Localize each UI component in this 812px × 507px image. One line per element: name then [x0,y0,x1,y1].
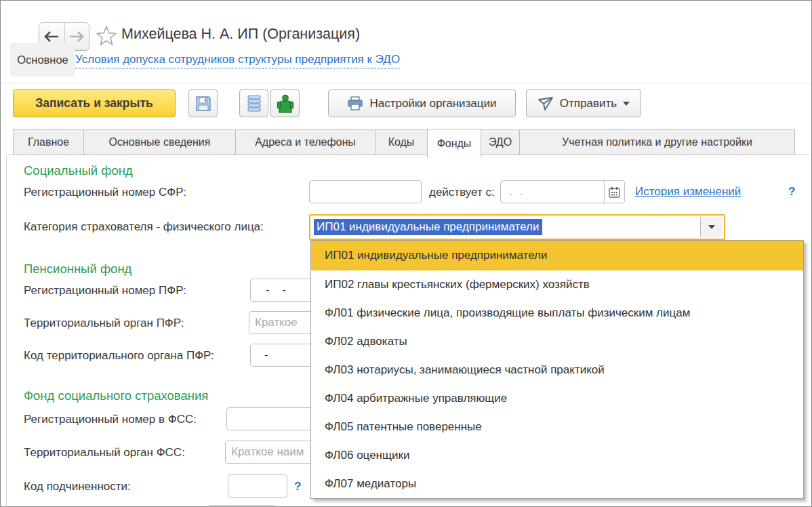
window-title: Михейцева Н. А. ИП (Организация) [121,26,360,43]
pfr-territorial-placeholder: Краткое [255,316,298,329]
pfr-code-label: Код территориального органа ПФР: [24,349,214,363]
organization-form-window: Михейцева Н. А. ИП (Организация) Основно… [0,0,812,507]
tab-adresa-telefony[interactable]: Адреса и телефоны [236,129,375,155]
fss-heading: Фонд социального страхования [24,388,208,403]
subordination-label: Код подчиненности: [24,480,131,493]
history-link[interactable]: История изменений [635,185,741,199]
fss-reg-label: Регистрационный номер в ФСС: [24,413,197,426]
tab-osnovnye-svedeniya[interactable]: Основные сведения [84,129,236,155]
dropdown-item[interactable]: ИП02 главы крестьянских (фермерских) хоз… [311,270,803,299]
floppy-icon [195,95,212,113]
dropdown-item[interactable]: ФЛ06 оценщики [311,441,803,470]
pfr-territorial-label: Территориальный орган ПФР: [24,317,184,330]
category-dropdown-list: ИП01 индивидуальные предприниматели ИП02… [310,240,804,499]
forward-arrow-icon [69,31,84,42]
social-fund-heading: Социальный фонд [24,163,133,178]
category-select[interactable]: ИП01 индивидуальные предприниматели [309,214,725,240]
printer-icon [347,96,363,111]
dropdown-item[interactable]: ФЛ03 нотариусы, занимающиеся частной пра… [311,356,803,384]
tab-glavnoe[interactable]: Главное [13,129,84,155]
save-button[interactable] [188,89,218,117]
caret-down-icon [708,225,715,229]
calendar-button[interactable] [604,181,624,203]
date-value: . . [506,185,523,199]
valid-from-date-input[interactable]: . . [500,180,625,203]
fss-territorial-label: Территориальный орган ФСС: [24,446,185,460]
pfr-reg-label: Регистрационный номер ПФР: [24,284,186,298]
nav-main-label[interactable]: Основное [10,43,75,77]
sfr-reg-input[interactable] [309,180,422,203]
category-label: Категория страхователя - физического лиц… [24,220,264,234]
calendar-icon [609,186,620,198]
send-icon [537,96,554,111]
favorite-star-icon[interactable] [95,24,118,47]
help-question-icon[interactable]: ? [788,185,795,199]
edo-access-link[interactable]: Условия допуска сотрудников структуры пр… [75,53,400,68]
caret-down-icon [623,102,630,106]
send-label: Отправить [560,97,617,110]
back-arrow-icon [44,31,59,42]
dropdown-item[interactable]: ФЛ01 физические лица, производящие выпла… [311,299,803,327]
tab-uchetnaya-politika[interactable]: Учетная политика и другие настройки [520,129,795,155]
list-icon [247,94,262,113]
tab-edo[interactable]: ЭДО [481,129,520,155]
combo-dropdown-button[interactable] [700,217,723,237]
dropdown-item[interactable]: ФЛ07 медиаторы [311,470,803,498]
sfr-reg-label: Регистрационный номер СФР: [24,186,186,199]
fss-territorial-placeholder: Краткое наим [231,445,304,459]
org-settings-button[interactable]: Настройки организации [328,89,516,117]
valid-from-label: действует с: [429,186,495,199]
pension-fund-heading: Пенсионный фонд [24,262,131,277]
person-icon [277,94,294,113]
responsible-person-button[interactable] [270,89,300,117]
category-selected-value: ИП01 индивидуальные предприниматели [314,219,542,235]
send-button[interactable]: Отправить [526,89,641,117]
dropdown-item[interactable]: ФЛ05 патентные поверенные [311,413,803,441]
dropdown-item[interactable]: ФЛ02 адвокаты [311,327,803,356]
tab-fondy[interactable]: Фонды [427,129,481,158]
list-button[interactable] [239,89,268,117]
tab-kody[interactable]: Коды [375,129,428,155]
dropdown-item[interactable]: ФЛ04 арбитражные управляющие [311,384,803,413]
help-question-icon[interactable]: ? [294,480,301,493]
save-close-button[interactable]: Записать и закрыть [13,89,176,117]
next-field-partial [209,505,275,506]
separator-line [1,83,812,83]
dropdown-item[interactable]: ИП01 индивидуальные предприниматели [311,241,803,270]
tab-bar: Главное Основные сведения Адреса и телеф… [13,129,795,158]
content-left-border [6,156,7,507]
subordination-code-input[interactable] [228,474,287,498]
org-settings-label: Настройки организации [369,97,496,110]
